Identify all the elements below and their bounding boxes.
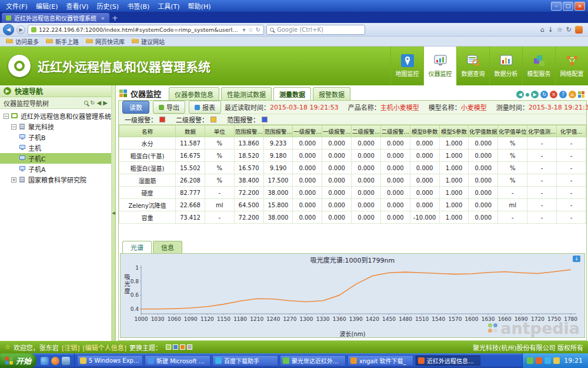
table-row[interactable]: 湿面筋26.208%38.40017.5000.0000.0000.0000.0… xyxy=(119,174,586,187)
tab-measure-data[interactable]: 测量数据 xyxy=(273,87,311,100)
tree-item[interactable]: −近红外远程信息和仪器管理系统 xyxy=(0,111,111,121)
menu-item[interactable]: 文件(F) xyxy=(2,1,32,11)
app-nav-query[interactable]: 数据查询 xyxy=(456,47,489,85)
forward-button[interactable]: ▶ xyxy=(16,25,25,34)
bookmark-item[interactable]: 建议网站 xyxy=(132,37,165,46)
bookmarks-icon[interactable]: ☆ xyxy=(557,26,563,34)
tree-item[interactable]: 子机C xyxy=(0,153,111,164)
tree-item[interactable]: 子机B xyxy=(0,132,111,142)
app-nav-monitor[interactable]: 仪器监控 xyxy=(423,47,456,85)
start-button[interactable]: 开始 xyxy=(0,353,36,368)
logout-link[interactable]: [注销] xyxy=(62,343,80,352)
back-button[interactable]: ◀ xyxy=(3,24,14,35)
tree-item[interactable]: 主机 xyxy=(0,142,111,153)
tree-next-icon[interactable]: ▶ xyxy=(103,100,108,106)
value-cell: 0.000 xyxy=(410,187,439,199)
portal-back-icon[interactable]: ◀ xyxy=(516,91,524,98)
tree-search-icon[interactable] xyxy=(84,101,88,105)
app-nav-map[interactable]: 地图监控 xyxy=(390,47,423,85)
tab-info[interactable]: 信息 xyxy=(153,241,182,253)
tray-icon[interactable] xyxy=(544,357,551,364)
tray-icon[interactable] xyxy=(536,357,542,364)
table-row[interactable]: Zeleny沉降值22.668ml64.50015.8000.0000.0000… xyxy=(119,199,586,211)
table-row[interactable]: 水分11.587%13.8609.2330.0000.0000.0000.000… xyxy=(119,137,586,150)
sidebar-collapse-handle[interactable]: ◀ xyxy=(112,85,116,341)
theme-swatch[interactable] xyxy=(166,344,171,350)
search-box[interactable]: Google (Ctrl+K) xyxy=(266,25,365,35)
browser-menu-icon[interactable] xyxy=(575,26,583,34)
tree-item-label: 子机B xyxy=(28,132,46,142)
tray-icon[interactable] xyxy=(527,357,533,364)
maximize-button[interactable]: □ xyxy=(563,2,573,11)
task-button[interactable]: 5 Windows Explorer xyxy=(77,355,143,366)
tree-item[interactable]: −聚光科技 xyxy=(0,121,111,132)
tab-performance-test[interactable]: 性能测试数据 xyxy=(221,87,272,100)
edit-profile-link[interactable]: [编辑个人信息] xyxy=(82,343,126,352)
tab-alarm-data[interactable]: 报警数据 xyxy=(313,87,350,100)
value-cell: 1.000 xyxy=(439,187,469,199)
portal-refresh-icon[interactable]: ↻ xyxy=(540,91,548,98)
bookmark-item[interactable]: 新手上路 xyxy=(46,37,79,46)
tab-spectrum[interactable]: 光谱 xyxy=(122,241,152,253)
portal-close-icon[interactable]: × xyxy=(550,91,557,98)
table-row[interactable]: 粗蛋白(湿基)15.502%16.5709.1900.0000.0000.000… xyxy=(119,162,586,174)
task-button[interactable]: 百度下载助手 xyxy=(212,355,278,366)
app-nav-analysis[interactable]: 数据分析 xyxy=(489,47,522,85)
address-bar[interactable]: 122.224.196.67:12000/index.html#systemCo… xyxy=(28,25,264,35)
tree-item[interactable]: 子机A xyxy=(0,164,111,174)
theme-swatch[interactable] xyxy=(173,344,178,350)
task-button[interactable]: 新建 Microsoft W... xyxy=(145,355,211,366)
table-row[interactable]: 容重73.412-72.20038.0000.0000.0000.0000.00… xyxy=(119,211,586,224)
tree-prev-icon[interactable]: ◀ xyxy=(97,100,102,106)
quick-nav-bar[interactable]: ▶ 快速导航 xyxy=(0,85,111,97)
portal-home-icon[interactable]: ⌂ xyxy=(569,91,576,98)
bookmark-item[interactable]: 访问最多 xyxy=(6,37,39,46)
tab-close-icon[interactable]: × xyxy=(101,15,105,21)
menu-item[interactable]: 帮助(H) xyxy=(184,1,215,11)
browser-tab[interactable]: 近红外远程信息和仪器管理系统 × xyxy=(2,13,109,23)
menu-item[interactable]: 查看(V) xyxy=(62,1,92,11)
menu-item[interactable]: 历史(S) xyxy=(93,1,123,11)
menu-item[interactable]: 工具(T) xyxy=(153,1,183,11)
portal-grid-icon[interactable] xyxy=(578,91,584,98)
dropdown-icon[interactable]: ▾ xyxy=(243,26,246,33)
downloads-icon[interactable]: ↓ xyxy=(548,26,553,34)
bookmark-item[interactable]: 网页快讯库 xyxy=(86,37,125,46)
theme-swatch[interactable] xyxy=(180,344,185,350)
tree-toggle-icon[interactable]: − xyxy=(11,124,16,130)
tab-instrument-params[interactable]: 仪器参数信息 xyxy=(169,87,219,100)
chart-tools-icon[interactable]: ↓ xyxy=(573,256,580,262)
reload-icon[interactable]: ↻ xyxy=(256,26,260,33)
tree-item[interactable]: +国家粮食科学研究院 xyxy=(0,174,111,185)
tree-toggle-icon[interactable]: + xyxy=(11,177,16,183)
firefox-icon[interactable] xyxy=(51,357,59,365)
app-nav-network[interactable]: 网络配置 xyxy=(555,47,588,85)
tray-icon[interactable] xyxy=(553,357,560,364)
portal-forward-icon[interactable]: ▶ xyxy=(531,91,539,98)
portal-help-icon[interactable]: ? xyxy=(559,91,567,98)
read-button[interactable]: 读数 xyxy=(122,101,149,114)
minimize-button[interactable]: – xyxy=(551,2,562,11)
menu-item[interactable]: 编辑(E) xyxy=(32,1,62,11)
export-button[interactable]: 导出 xyxy=(153,101,185,114)
report-button[interactable]: 报表 xyxy=(189,101,221,114)
tree-refresh-icon[interactable]: ↻ xyxy=(90,100,95,106)
value-cell: 16.570 xyxy=(234,162,263,174)
task-button[interactable]: xngait 软件下载_ xyxy=(348,355,413,366)
theme-swatch[interactable] xyxy=(187,344,192,350)
task-button[interactable]: 聚光世达近红外分... xyxy=(280,355,346,366)
ie-icon[interactable] xyxy=(41,357,49,365)
home-icon[interactable]: ⌂ xyxy=(540,26,544,34)
task-button[interactable]: 近红外远程信息和... xyxy=(415,355,481,366)
close-button[interactable]: × xyxy=(574,2,585,11)
table-row[interactable]: 粗蛋白(干基)16.675%18.5209.1800.0000.0000.000… xyxy=(119,150,586,162)
menu-item[interactable]: 书签(B) xyxy=(123,1,153,11)
show-desktop-icon[interactable] xyxy=(62,357,70,365)
bookmark-star-icon[interactable]: ☆ xyxy=(248,26,253,33)
tree-toggle-icon[interactable]: − xyxy=(4,114,9,119)
app-nav-model[interactable]: 模型服务 xyxy=(522,47,555,85)
table-row[interactable]: 硬度82.777-72.20038.0000.0000.0000.0000.00… xyxy=(119,187,586,199)
history-icon[interactable]: ↻ xyxy=(566,26,572,34)
search-placeholder: Google (Ctrl+K) xyxy=(277,26,323,33)
new-tab-button[interactable]: + xyxy=(109,13,121,23)
